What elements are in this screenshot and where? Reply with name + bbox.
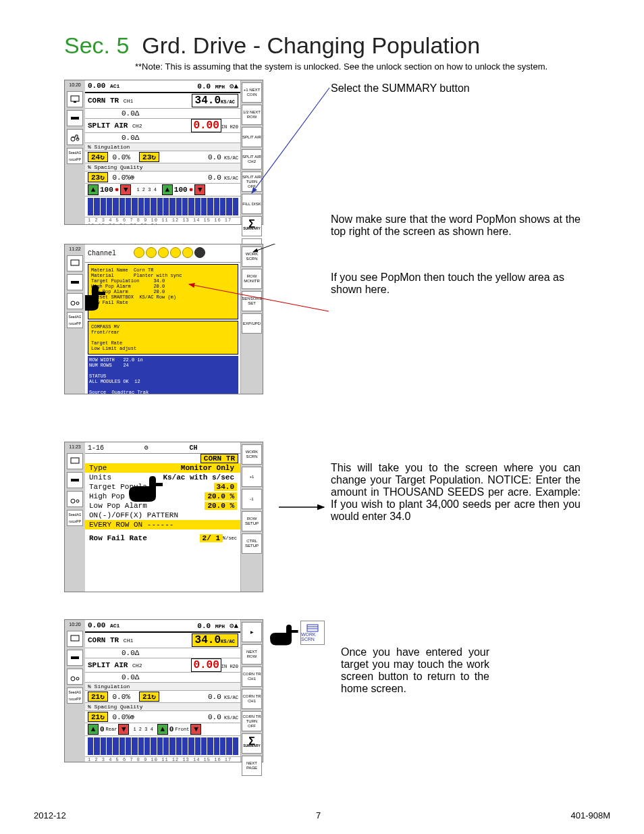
right-toolbar: WORK SCRN +1 -1 ROW SETUP CTRL SETUP xyxy=(240,442,263,592)
tractor-icon[interactable] xyxy=(67,129,83,145)
tractor-icon[interactable] xyxy=(67,491,83,507)
popmon-panel[interactable]: Material Name Corn TR Material Planter w… xyxy=(88,264,238,319)
svg-point-14 xyxy=(71,499,75,503)
svg-line-5 xyxy=(252,88,329,193)
screen-content: Channel Material Name Corn TR Material P… xyxy=(85,244,241,394)
screen-content: 0.00 AC1 0.0 MPH ⚙▲ CORN TR CH1 34.0KS/A… xyxy=(85,80,241,224)
summary-button[interactable]: ΣSUMMARY xyxy=(242,216,262,236)
svg-rect-18 xyxy=(71,656,79,659)
footer-page: 7 xyxy=(316,810,321,820)
svg-rect-1 xyxy=(74,101,76,103)
svg-rect-7 xyxy=(71,281,79,284)
down-arrow-icon[interactable]: ▼ xyxy=(194,184,205,195)
sidebtn-3[interactable]: CORN TR CH1 xyxy=(242,689,262,709)
svg-rect-21 xyxy=(307,625,318,631)
note-text: **Note: This is assuming that the system… xyxy=(135,61,554,72)
sidebtn-5[interactable]: FILL DISK xyxy=(242,194,262,214)
tractor-icon[interactable] xyxy=(67,293,83,309)
instruction-2b: If you see PopMon then touch the yellow … xyxy=(331,271,581,296)
footer-doc: 401-908M xyxy=(570,810,610,820)
svg-point-20 xyxy=(76,677,79,680)
svg-rect-6 xyxy=(71,260,79,265)
svg-point-19 xyxy=(71,677,75,681)
sidebtn-1[interactable]: 1/2 NEXT ROW xyxy=(242,105,262,125)
screen-content: 1-16 ⚙ CH CORN TR TypeMonitor Only Units… xyxy=(85,442,241,592)
sidebtn-4[interactable]: CORN TR TURN OFF xyxy=(242,711,262,731)
instruction-4: Once you have entered your target you ma… xyxy=(341,619,489,695)
minus-button[interactable]: -1 xyxy=(242,489,262,509)
right-toolbar: +1 NEXT COIN 1/2 NEXT ROW SPLIT AIR SPLI… xyxy=(240,80,263,224)
pointing-hand-icon xyxy=(267,619,300,646)
left-toolbar: 11:22 SeedAGrocorPP xyxy=(65,244,86,394)
left-toolbar: 11:23 SeedAGrocorPP xyxy=(65,442,86,592)
sidebtn-0[interactable]: +1 NEXT COIN xyxy=(242,82,262,103)
row-monitor-button[interactable]: ROW MONITR xyxy=(242,269,262,289)
config-icon[interactable] xyxy=(67,650,83,666)
svg-rect-12 xyxy=(71,458,79,463)
instruction-2a: Now make sure that the word PopMon shows… xyxy=(331,213,581,238)
up-arrow-icon[interactable]: ▲ xyxy=(162,184,173,195)
footer-date: 2012-12 xyxy=(34,810,66,820)
svg-point-3 xyxy=(71,137,75,141)
svg-point-9 xyxy=(76,302,79,305)
sidebtn-0[interactable]: ▶ xyxy=(242,622,262,642)
right-toolbar: WORK SCRN ROW MONITR SENSORS SET EXP/UPD xyxy=(240,244,263,394)
instruction-3: This will take you to the screen where y… xyxy=(331,442,581,523)
monitor-icon[interactable] xyxy=(67,453,83,469)
screenshot-3: 11:23 SeedAGrocorPP 1-16 ⚙ CH CORN TR Ty… xyxy=(64,442,263,592)
config-icon[interactable] xyxy=(67,110,83,126)
sensors-button[interactable]: SENSORS SET xyxy=(242,291,262,311)
screenshot-2: 11:22 SeedAGrocorPP Channel Material Nam… xyxy=(64,244,263,394)
work-screen-button-large[interactable]: WORK SCRN xyxy=(300,621,325,645)
sidebtn-1[interactable]: NEXT ROW xyxy=(242,644,262,664)
section-number: Sec. 5 xyxy=(64,32,129,58)
brand-icon[interactable]: SeedAGrocorPP xyxy=(67,312,83,328)
summary-button[interactable]: ΣSUMMARY xyxy=(242,733,262,754)
monitor-icon[interactable] xyxy=(67,631,83,647)
sidebtn-2[interactable]: SPLIT AIR xyxy=(242,127,262,147)
brand-icon[interactable]: SeedAGrocorPP xyxy=(67,148,83,164)
config-icon[interactable] xyxy=(67,472,83,488)
row-bars xyxy=(85,736,241,757)
section-name: Grd. Drive - Changing Population xyxy=(142,32,480,58)
svg-point-8 xyxy=(71,301,75,305)
work-screen-callout: WORK SCRN xyxy=(267,619,325,646)
monitor-icon[interactable] xyxy=(67,91,83,107)
up-arrow-icon[interactable]: ▲ xyxy=(88,184,99,195)
row-bars xyxy=(85,197,241,217)
export-button[interactable]: EXP/UPD xyxy=(242,313,262,334)
next-page-button[interactable]: NEXT PAGE xyxy=(242,756,262,776)
status-panel: ROW WIDTH 22.0 in NUM ROWS 24 STATUS ALL… xyxy=(88,356,238,394)
instruction-1: Select the SUMMARY button xyxy=(331,80,567,95)
config-icon[interactable] xyxy=(67,274,83,290)
work-screen-button[interactable]: WORK SCRN xyxy=(242,246,262,267)
svg-line-10 xyxy=(253,244,329,252)
left-toolbar: 10:20 SeedAGrocorPP xyxy=(65,80,86,224)
brand-icon[interactable]: SeedAGrocorPP xyxy=(67,510,83,526)
brand-icon[interactable]: SeedAGrocorPP xyxy=(67,687,83,704)
svg-point-15 xyxy=(76,500,79,502)
monitor-icon[interactable] xyxy=(67,255,83,271)
sidebtn-3[interactable]: SPLIT AIR CH2 xyxy=(242,149,262,170)
led-icon xyxy=(134,247,144,258)
work-screen-button[interactable]: WORK SCRN xyxy=(242,444,262,465)
sidebtn-2[interactable]: CORN TR CH1 xyxy=(242,667,262,687)
screen-content: 0.00 AC1 0.0 MPH ⚙▲ CORN TR CH1 34.0KS/A… xyxy=(85,620,241,762)
right-toolbar: ▶ NEXT ROW CORN TR CH1 CORN TR CH1 CORN … xyxy=(240,620,263,762)
page-title: Sec. 5 Grd. Drive - Changing Population xyxy=(64,32,610,59)
ctrl-setup-button[interactable]: CTRL SETUP xyxy=(242,533,262,554)
svg-rect-17 xyxy=(71,635,79,641)
tractor-icon[interactable] xyxy=(67,669,83,685)
sidebtn-4[interactable]: SPLIT AIR TURN OFF xyxy=(242,172,262,192)
row-setup-button[interactable]: ROW SETUP xyxy=(242,511,262,531)
plus-button[interactable]: +1 xyxy=(242,467,262,487)
target-population-field[interactable]: 34.0 xyxy=(214,483,237,491)
screenshot-4: 10:20 SeedAGrocorPP 0.00 AC1 0.0 MPH ⚙▲ … xyxy=(64,619,263,762)
svg-rect-13 xyxy=(71,479,79,481)
screenshot-1: 10:20 SeedAGrocorPP 0.00 AC1 0.0 MPH ⚙▲ … xyxy=(64,80,263,225)
page-footer: 2012-12 7 401-908M xyxy=(34,810,610,820)
left-toolbar: 10:20 SeedAGrocorPP xyxy=(65,620,86,762)
svg-rect-2 xyxy=(71,117,79,120)
down-arrow-icon[interactable]: ▼ xyxy=(120,184,131,195)
svg-rect-0 xyxy=(71,96,79,101)
